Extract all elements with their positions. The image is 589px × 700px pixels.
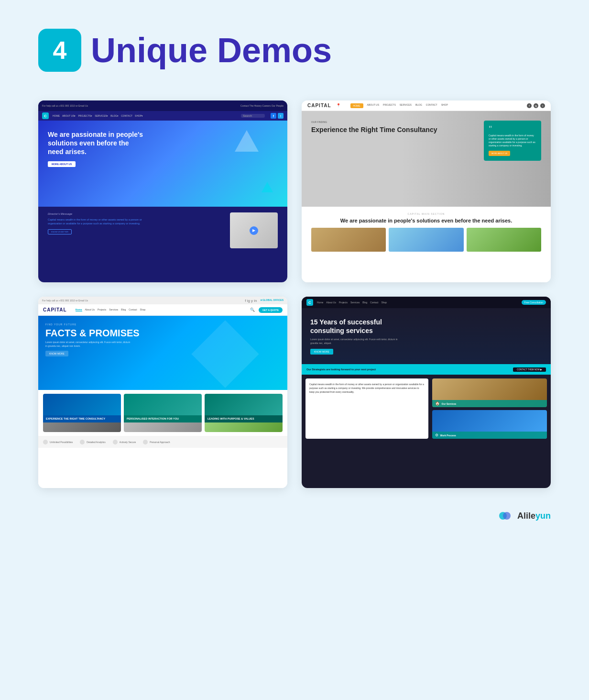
demo4-text-block: Capital means wealth in the form of mone… [305, 378, 428, 439]
demo2-lower: CAPITAL MAIN SECTION We are passionate i… [302, 207, 551, 257]
demo2-nav-items: HOME ABOUT US PROJECTS SERVICES BLOG CON… [350, 103, 448, 108]
demo3-quote-btn[interactable]: GET A QUOTE [259, 307, 283, 313]
demo2-lower-heading: We are passionate in people's solutions … [311, 217, 541, 224]
demo2-nav-about: ABOUT US [367, 103, 379, 108]
number-badge: 4 [38, 29, 81, 72]
alileyun-text: Alileyun [517, 511, 551, 521]
demo-card-1[interactable]: For help call us +001 900 1010 or Email … [38, 100, 287, 282]
demo1-director-label: Director's Message [48, 212, 223, 215]
demo2-more-btn[interactable]: MORE ABOUT US [489, 151, 510, 156]
demo1-hero: We are passionate in people's solutions … [38, 121, 287, 207]
demo4-text-block-text: Capital means wealth in the form of mone… [309, 382, 425, 394]
demo1-nav-home: HOME [53, 114, 60, 117]
demo4-nav-projects: Projects [339, 301, 348, 304]
demo4-navbar: C Home About Us Projects Services Blog C… [302, 297, 551, 308]
demo2-home-btn[interactable]: HOME [350, 103, 363, 108]
demo3-topbar: For help call us +001 900 1010 or Email … [38, 297, 287, 304]
demo3-card-bg-3 [205, 394, 283, 415]
demo4-nav-shop: Shop [381, 301, 387, 304]
demo1-video-thumb[interactable]: ▶ [230, 212, 278, 248]
demo3-card-2[interactable]: PERSONALISED INTERACTION FOR YOU [124, 394, 202, 432]
demo1-nav-services: SERVICES▾ [95, 114, 108, 117]
demo1-hero-text: We are passionate in people's solutions … [48, 130, 143, 156]
demo2-strip-img-2 [389, 228, 463, 252]
demo3-find-future: FIND YOUR FUTURE [45, 323, 280, 326]
demo1-nav-projects: PROJECTS▾ [78, 114, 92, 117]
demo1-body-text: Capital means wealth in the form of mone… [48, 218, 143, 226]
demo3-strip-icon-4 [143, 440, 148, 444]
alileyun-brand: Alileyun [496, 507, 551, 524]
demo2-fb-icon: f [527, 103, 532, 108]
demo3-strip-text-2: Detailed Analytics [87, 441, 105, 444]
page-footer: Alileyun [38, 507, 551, 524]
demo4-image-blocks: 🏠 Our Services ⚙ Work Process [432, 378, 547, 439]
demo2-nav-projects: PROJECTS [383, 103, 396, 108]
twitter-icon: t [278, 113, 284, 119]
demo3-card-label-1: EXPERIENCE THE RIGHT TIME CONSULTANCY [43, 415, 121, 422]
demo3-strip-icon-3 [113, 440, 118, 444]
demo2-quote-text: Capital means wealth in the form of mone… [489, 134, 536, 147]
demo2-our-finding: OUR FINDING [311, 121, 477, 123]
demo4-cta-strip: Our Strategists are looking forward to y… [302, 364, 551, 375]
demo2-bottom-strip [311, 228, 541, 252]
demo3-nav-projects: Projects [98, 308, 106, 311]
demo2-ig-icon: ig [534, 103, 538, 108]
demo1-nav-shop: SHOP▾ [135, 114, 143, 117]
page-header: 4 Unique Demos [38, 29, 551, 72]
demo2-logo: CAPITAL [307, 103, 331, 108]
demo1-know-btn[interactable]: KNOW US BETTER [48, 229, 72, 234]
demo3-know-more-btn[interactable]: KNOW MORE [45, 351, 68, 356]
demo4-free-btn[interactable]: Free Consultation [522, 300, 546, 305]
demo-card-2[interactable]: CAPITAL 📍 HOME ABOUT US PROJECTS SERVICE… [302, 100, 551, 282]
demo3-strip-text-1: Unlimited Possibilities [50, 441, 73, 444]
demo1-lower-content: Director's Message Capital means wealth … [48, 212, 278, 248]
demo3-strip-item-4: Personal Approach [143, 440, 170, 444]
demo4-img-overlay-text-1: Our Services [442, 402, 457, 405]
demo3-card-3[interactable]: LEADING WITH PURPOSE & VALUES [205, 394, 283, 432]
demo3-card-img-2 [124, 422, 202, 432]
demo2-nav-contact: CONTACT [426, 103, 437, 108]
demo2-topbar: CAPITAL 📍 HOME ABOUT US PROJECTS SERVICE… [302, 100, 551, 111]
demo4-hero-body: Lorem ipsum dolor sit amet, consectetur … [310, 338, 406, 345]
demo3-card-img-3 [205, 422, 283, 432]
demo3-logo: CAPITAL [43, 307, 67, 312]
demo3-nav-contact: Contact [129, 308, 137, 311]
demo3-nav-items: Home About Us Projects Services Blog Con… [76, 308, 146, 311]
demo3-cards: EXPERIENCE THE RIGHT TIME CONSULTANCY PE… [38, 390, 287, 436]
demo3-strip-icon-2 [80, 440, 85, 444]
demo-card-4[interactable]: C Home About Us Projects Services Blog C… [302, 297, 551, 488]
demo3-nav-about: About Us [85, 308, 95, 311]
demo2-quote-box: " Capital means wealth in the form of mo… [484, 121, 541, 161]
demo-card-3[interactable]: For help call us +001 900 1010 or Email … [38, 297, 287, 488]
demo2-finding-text: OUR FINDING Experience the Right Time Co… [311, 121, 477, 134]
demo3-global-offices: ★ GLOBAL OFFICES [260, 299, 284, 303]
demo1-search[interactable]: Search [241, 114, 265, 118]
demo4-know-more-btn[interactable]: KNOW MORE [310, 349, 333, 355]
demo1-hero-button[interactable]: MORE ABOUT US [48, 161, 76, 167]
demo2-nav-blog: BLOG [415, 103, 422, 108]
demo4-container: C Home About Us Projects Services Blog C… [302, 297, 551, 488]
demo3-card-img-1 [43, 422, 121, 432]
demo1-lower: Director's Message Capital means wealth … [38, 207, 287, 254]
demo4-nav-items: Home About Us Projects Services Blog Con… [317, 301, 387, 304]
demo4-hero-title: 15 Years of successful consulting servic… [310, 318, 406, 335]
demo4-cta-text: Our Strategists are looking forward to y… [306, 368, 376, 371]
demo3-strip-item-1: Unlimited Possibilities [43, 440, 73, 444]
demo4-nav-home: Home [317, 301, 323, 304]
demo3-nav-services: Services [109, 308, 118, 311]
demo2-container: CAPITAL 📍 HOME ABOUT US PROJECTS SERVICE… [302, 100, 551, 282]
demo3-card-1[interactable]: EXPERIENCE THE RIGHT TIME CONSULTANCY [43, 394, 121, 432]
alileyun-logo-icon [496, 507, 513, 524]
demo4-nav-contact: Contact [370, 301, 378, 304]
demo1-container: For help call us +001 900 1010 or Email … [38, 100, 287, 282]
demo3-strip-icon-1 [43, 440, 48, 444]
demo4-nav-blog: Blog [362, 301, 367, 304]
demo3-navbar: CAPITAL Home About Us Projects Services … [38, 304, 287, 316]
page-title: Unique Demos [91, 33, 332, 67]
demo3-hero-title: FACTS & PROMISES [45, 328, 280, 338]
search-icon[interactable]: 🔍 [250, 308, 255, 312]
demo4-logo: C [306, 299, 313, 306]
demo2-hero-heading: Experience the Right Time Consultancy [311, 125, 477, 134]
play-icon[interactable]: ▶ [250, 226, 258, 235]
demo4-cta-btn[interactable]: CONTACT THEM NOW ▶ [513, 367, 546, 372]
